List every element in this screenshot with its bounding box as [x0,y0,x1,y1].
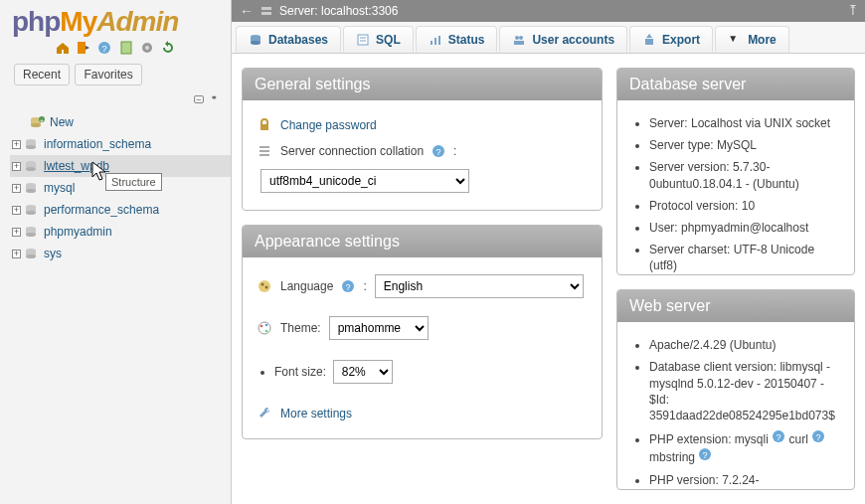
tree-item-label[interactable]: lwtest_wpdb [44,159,109,173]
list-item: Protocol version: 10 [649,195,840,217]
home-icon[interactable] [55,40,71,56]
expand-icon[interactable]: + [12,250,21,258]
svg-text:?: ? [703,450,708,460]
theme-label: Theme: [280,321,321,335]
list-item: Database client version: libmysql - mysq… [649,356,840,426]
list-item: Server charset: UTF-8 Unicode (utf8) [649,239,840,275]
language-select[interactable]: English [375,274,584,298]
svg-text:?: ? [436,147,441,157]
collation-label: Server connection collation [280,144,424,158]
fontsize-select[interactable]: 82% [333,360,393,384]
svg-text:?: ? [102,44,107,54]
top-tabs: Databases SQL Status User accounts Expor… [232,22,865,54]
panel-collapse-icon[interactable]: ⤒ [847,2,859,18]
tree-item-label[interactable]: mysql [44,181,75,195]
expand-icon[interactable]: + [12,162,21,171]
change-password-link[interactable]: Change password [280,118,377,132]
sidebar-quick-icons: ? [0,38,231,60]
svg-point-38 [515,36,519,40]
tab-label: More [748,33,777,47]
database-icon [24,247,40,260]
tab-export[interactable]: Export [629,26,713,53]
help-icon[interactable]: ? [811,429,825,443]
collation-select[interactable]: utf8mb4_unicode_ci [260,169,469,193]
lock-icon [257,117,272,133]
svg-point-52 [265,324,268,327]
list-item: Server: Localhost via UNIX socket [649,112,840,134]
reload-icon[interactable] [160,40,176,56]
list-item: Apache/2.4.29 (Ubuntu) [649,334,840,356]
tree-item[interactable]: +information_schema [10,133,231,155]
tree-item-label[interactable]: performance_schema [44,203,159,217]
tab-label: Databases [268,33,328,47]
new-db-icon: + [30,115,46,129]
tab-status[interactable]: Status [416,26,498,53]
php-ext-label: mbstring [649,450,695,464]
server-label[interactable]: Server: localhost:3306 [279,4,398,18]
more-settings-link[interactable]: More settings [280,407,352,420]
tree-item[interactable]: +lwtest_wpdbStructure [10,155,231,177]
panel-title: General settings [243,69,602,100]
svg-point-39 [519,36,523,40]
server-bar: ← Server: localhost:3306 ⤒ [232,0,865,22]
help-icon[interactable]: ? [772,429,785,443]
tab-user-accounts[interactable]: User accounts [499,26,627,53]
settings-icon[interactable] [139,40,155,56]
expand-icon[interactable]: + [12,140,21,149]
tooltip: Structure [105,173,162,191]
logo[interactable]: phpMyAdmin [0,0,231,38]
logout-icon[interactable] [76,40,91,56]
language-label: Language [280,279,333,293]
database-icon [24,159,40,173]
svg-rect-0 [78,42,86,54]
users-icon [512,33,526,47]
tree-item[interactable]: +sys [10,243,231,264]
help-icon[interactable]: ? [698,447,712,461]
tree-item-label[interactable]: phpmyadmin [44,225,112,239]
database-icon [24,181,40,195]
docs-icon[interactable]: ? [96,40,112,56]
status-icon [429,33,442,47]
list-item: Server version: 5.7.30-0ubuntu0.18.04.1 … [649,156,840,194]
tab-sql[interactable]: SQL [343,26,414,53]
svg-rect-40 [514,41,524,45]
database-tree: + New +information_schema+lwtest_wpdbStr… [0,109,231,264]
expand-icon[interactable]: + [12,184,21,193]
list-item: Server type: MySQL [649,134,840,156]
tree-item-label[interactable]: information_schema [44,137,151,151]
expand-icon[interactable]: + [12,206,21,215]
tab-databases[interactable]: Databases [236,26,341,53]
svg-point-51 [260,325,263,328]
sql-docs-icon[interactable] [118,40,134,56]
tree-new[interactable]: + New [10,111,231,133]
expand-icon[interactable]: + [12,228,21,237]
tree-new-label[interactable]: New [50,115,74,129]
tree-item[interactable]: +performance_schema [10,199,231,221]
wrench-icon [257,406,272,421]
svg-rect-37 [438,36,440,45]
svg-point-50 [259,322,270,334]
main-area: ← Server: localhost:3306 ⤒ Databases SQL… [232,0,865,504]
svg-rect-34 [358,35,368,45]
sidebar: phpMyAdmin ? Recent Favorites – ⚭ + New … [0,0,232,504]
fontsize-row: Font size: 82% [274,357,588,387]
tab-more[interactable]: ▼ More [715,26,789,53]
svg-point-25 [26,233,36,237]
link-icon[interactable]: ⚭ [209,95,219,103]
tree-item[interactable]: +phpmyadmin [10,221,231,243]
svg-rect-30 [261,12,271,15]
panel-web-server: Web server Apache/2.4.29 (Ubuntu) Databa… [616,289,855,490]
help-icon[interactable]: ? [432,144,445,158]
php-ext-label: curl [789,432,808,446]
theme-select[interactable]: pmahomme [329,316,429,340]
tree-item-label[interactable]: sys [44,247,62,260]
export-icon [642,33,656,47]
help-icon[interactable]: ? [341,279,355,293]
svg-rect-41 [645,39,653,45]
theme-icon [257,320,272,336]
fontsize-label: Font size: [274,365,326,379]
recent-button[interactable]: Recent [14,64,70,85]
sql-icon [356,33,370,47]
favorites-button[interactable]: Favorites [75,64,141,85]
collapse-all-icon[interactable]: – [194,95,204,103]
